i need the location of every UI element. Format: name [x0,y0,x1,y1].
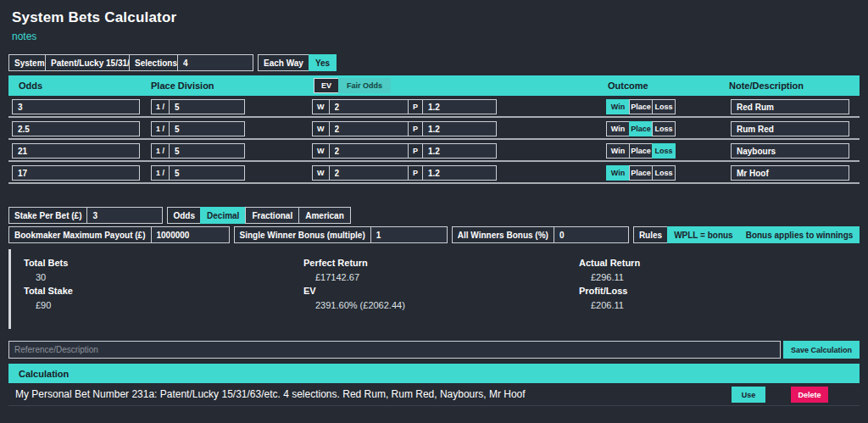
actual-return-value: £296.11 [579,270,833,284]
stake-per-bet-label: Stake Per Bet (£) [8,207,87,224]
place-terms-label: P [408,165,423,181]
perfect-return-value: £17142.67 [303,270,579,284]
odds-input[interactable] [12,143,140,159]
win-terms-label: W [312,121,330,136]
place-fraction-label: 1 / [151,143,170,159]
place-terms-label: P [408,99,423,114]
place-terms-input[interactable] [422,121,497,136]
odds-format-label: Odds [167,207,201,224]
odds-format-fractional-button[interactable]: Fractional [245,207,299,224]
fair-odds-mode-button[interactable]: Fair Odds [338,78,391,93]
bet-row: 1 / W P Win Place Loss [8,96,860,118]
system-select[interactable]: Patent/Lucky 15/31/63 ▼ [45,54,130,71]
win-terms-label: W [312,165,330,181]
reference-description-input[interactable] [8,341,781,359]
note-input[interactable] [731,143,849,159]
calculation-header-label: Calculation [8,369,69,379]
outcome-place-button[interactable]: Place [629,143,653,159]
odds-input[interactable] [12,99,140,114]
total-bets-value: 30 [24,270,303,284]
place-terms-input[interactable] [422,143,497,159]
outcome-toggle-group: Win Place Loss [606,143,676,159]
save-bar: Save Calculation [8,341,860,359]
note-input[interactable] [731,99,849,114]
outcome-place-button[interactable]: Place [629,121,653,136]
odds-format-american-button[interactable]: American [298,207,351,224]
perfect-return-label: Perfect Return [303,256,579,270]
saved-calculation-row: My Personal Bet Number 231a: Patent/Luck… [8,383,860,406]
selections-label: Selections [129,54,178,71]
win-terms-label: W [312,143,330,159]
ev-value: 2391.60% (£2062.44) [303,298,579,312]
calculation-section-header: Calculation [8,364,860,383]
profit-loss-label: Profit/Loss [579,284,833,298]
place-terms-input[interactable] [422,165,497,181]
outcome-win-button[interactable]: Win [606,121,630,136]
win-terms-input[interactable] [329,99,409,114]
place-fraction-label: 1 / [151,165,170,181]
bet-row: 1 / W P Win Place Loss [8,140,860,162]
ev-label: EV [303,284,579,298]
place-divisor-input[interactable] [169,99,245,114]
bet-table-header: Odds Place Division EV Fair Odds Outcome… [8,75,860,96]
odds-input[interactable] [12,165,140,181]
win-terms-input[interactable] [329,143,409,159]
outcome-win-button[interactable]: Win [606,143,630,159]
saved-calculation-description: My Personal Bet Number 231a: Patent/Luck… [15,388,526,400]
place-division-column-header: Place Division [151,75,214,96]
max-payout-label: Bookmaker Maximum Payout (£) [8,226,152,243]
bet-table: Odds Place Division EV Fair Odds Outcome… [8,75,860,184]
note-column-header: Note/Description [729,75,804,96]
ev-mode-button[interactable]: EV [314,78,339,93]
odds-format-decimal-button[interactable]: Decimal [200,207,246,224]
outcome-win-button[interactable]: Win [606,99,630,114]
rule-wpll-button[interactable]: WPLL = bonus [667,226,740,243]
system-bets-calculator-app: System Bets Calculator notes System Pate… [0,0,868,423]
win-terms-input[interactable] [329,165,409,181]
results-panel: Total Bets 30 Total Stake £90 Perfect Re… [8,249,860,329]
win-terms-input[interactable] [329,121,409,136]
outcome-loss-button[interactable]: Loss [652,99,676,114]
outcome-loss-button[interactable]: Loss [652,143,676,159]
notes-link[interactable]: notes [12,31,36,42]
place-divisor-input[interactable] [169,121,245,136]
place-terms-label: P [408,143,423,159]
each-way-toggle[interactable]: Yes [309,54,337,71]
outcome-win-button[interactable]: Win [606,165,630,181]
delete-calculation-button[interactable]: Delete [791,387,828,403]
single-winner-bonus-input[interactable] [370,226,448,243]
total-stake-label: Total Stake [24,284,303,298]
stake-per-bet-input[interactable] [86,207,163,224]
max-payout-input[interactable] [151,226,230,243]
actual-return-label: Actual Return [579,256,833,270]
outcome-loss-button[interactable]: Loss [652,165,676,181]
total-bets-label: Total Bets [24,256,303,270]
system-select-value: Patent/Lucky 15/31/63 [51,58,139,68]
odds-column-header: Odds [19,75,42,96]
odds-input[interactable] [12,121,140,136]
use-calculation-button[interactable]: Use [732,387,765,403]
system-bar: System Patent/Lucky 15/31/63 ▼ Selection… [8,54,860,71]
rule-bonus-applies-button[interactable]: Bonus applies to winnings [739,226,860,243]
place-divisor-input[interactable] [169,143,245,159]
odds-mode-toggle-group: EV Fair Odds [314,78,391,93]
rules-label: Rules [633,226,668,243]
outcome-place-button[interactable]: Place [629,99,653,114]
outcome-toggle-group: Win Place Loss [606,121,676,136]
all-winners-bonus-input[interactable] [554,226,629,243]
outcome-loss-button[interactable]: Loss [652,121,676,136]
place-fraction-label: 1 / [151,121,170,136]
outcome-place-button[interactable]: Place [629,165,653,181]
bet-row: 1 / W P Win Place Loss [8,118,860,140]
note-input[interactable] [731,165,849,181]
outcome-toggle-group: Win Place Loss [606,165,676,181]
place-divisor-input[interactable] [169,165,245,181]
selections-input[interactable] [177,54,253,71]
note-input[interactable] [731,121,849,136]
system-label: System [8,54,46,71]
place-terms-input[interactable] [422,99,497,114]
save-calculation-button[interactable]: Save Calculation [783,341,860,359]
single-winner-bonus-label: Single Winner Bonus (multiple) [234,226,371,243]
outcome-toggle-group: Win Place Loss [606,99,676,114]
all-winners-bonus-label: All Winners Bonus (%) [452,226,554,243]
